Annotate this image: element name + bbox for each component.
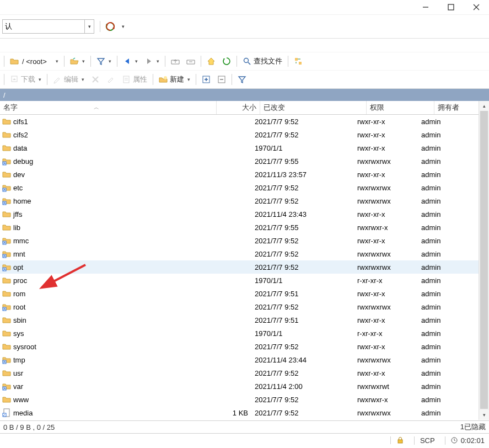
file-rights: rwxr-xr-x bbox=[354, 144, 418, 152]
home-button[interactable] bbox=[204, 54, 218, 69]
folder-open-icon bbox=[70, 57, 79, 66]
svg-line-46 bbox=[454, 440, 455, 441]
refresh-dropdown[interactable]: ▾ bbox=[119, 20, 127, 33]
find-files-button[interactable]: 查找文件 bbox=[240, 54, 285, 69]
file-name: sys bbox=[13, 329, 24, 338]
scroll-up-button[interactable]: ▴ bbox=[479, 101, 489, 111]
file-rights: rwxr-xr-x bbox=[354, 131, 418, 139]
file-row[interactable]: rom2021/7/7 9:51rwxr-xr-xadmin bbox=[0, 287, 489, 300]
file-rights: rwxr-xr-x bbox=[354, 369, 418, 377]
filter-button[interactable] bbox=[94, 54, 114, 69]
minus-icon bbox=[217, 75, 226, 84]
file-row[interactable]: lib2021/7/7 9:55rwxrwxr-xadmin bbox=[0, 221, 489, 234]
svg-point-12 bbox=[244, 58, 248, 63]
sync-browse-button[interactable] bbox=[291, 54, 305, 69]
root-path-label: / <root> bbox=[21, 57, 48, 66]
file-row[interactable]: media1 KB2021/7/7 9:52rwxrwxrwxadmin bbox=[0, 406, 489, 419]
file-row[interactable]: etc2021/7/7 9:52rwxrwxrwxadmin bbox=[0, 181, 489, 194]
file-row[interactable]: usr2021/7/7 9:52rwxr-xr-xadmin bbox=[0, 366, 489, 380]
folder-icon bbox=[2, 210, 11, 218]
lock-icon bbox=[390, 436, 404, 444]
file-row[interactable]: cifs22021/7/7 9:52rwxr-xr-xadmin bbox=[0, 128, 489, 141]
file-row[interactable]: root2021/7/7 9:52rwxrwxrwxadmin bbox=[0, 300, 489, 313]
file-row[interactable]: data1970/1/1rwxr-xr-xadmin bbox=[0, 141, 489, 154]
session-dropdown[interactable]: ▾ bbox=[85, 19, 94, 34]
home-icon bbox=[207, 57, 216, 66]
hidden-status: 1已隐藏 bbox=[460, 422, 486, 432]
session-selector[interactable]: 认 bbox=[2, 19, 85, 34]
current-path: / bbox=[3, 91, 6, 99]
file-changed: 2021/7/7 9:52 bbox=[251, 369, 354, 377]
file-name: lib bbox=[13, 223, 20, 232]
edit-label: 编辑 bbox=[64, 74, 78, 84]
column-name[interactable]: 名字 ︿ bbox=[0, 101, 217, 114]
file-row[interactable]: mnt2021/7/7 9:52rwxrwxrwxadmin bbox=[0, 247, 489, 260]
file-row[interactable]: var2021/11/4 2:00rwxrwxrwtadmin bbox=[0, 380, 489, 393]
file-row[interactable]: mmc2021/7/7 9:52rwxr-xr-xadmin bbox=[0, 234, 489, 247]
back-button[interactable] bbox=[120, 54, 141, 69]
file-row[interactable]: debug2021/7/7 9:55rwxrwxrwxadmin bbox=[0, 154, 489, 168]
file-changed: 2021/7/7 9:51 bbox=[251, 290, 354, 298]
properties-button[interactable]: 属性 bbox=[119, 72, 150, 87]
vertical-scrollbar[interactable]: ▴ ▾ bbox=[479, 101, 489, 420]
file-row[interactable]: opt2021/7/7 9:52rwxrwxrwxadmin bbox=[0, 260, 489, 274]
edit-button[interactable]: 编辑 bbox=[50, 72, 87, 87]
column-headers: 名字 ︿ 大小 已改变 权限 拥有者 bbox=[0, 101, 489, 115]
root-button[interactable] bbox=[184, 54, 198, 69]
delete-button[interactable] bbox=[88, 72, 103, 87]
file-row[interactable]: proc1970/1/1r-xr-xr-xadmin bbox=[0, 274, 489, 287]
file-name: jffs bbox=[13, 210, 22, 218]
column-size[interactable]: 大小 bbox=[217, 101, 260, 114]
folder-up-icon bbox=[171, 57, 180, 66]
refresh-button[interactable] bbox=[219, 54, 234, 69]
file-changed: 2021/7/7 9:52 bbox=[251, 237, 354, 245]
refresh-session-button[interactable] bbox=[102, 19, 119, 34]
file-changed: 1970/1/1 bbox=[251, 276, 354, 285]
column-changed[interactable]: 已改变 bbox=[260, 101, 367, 114]
search-icon bbox=[243, 57, 251, 66]
plus-button[interactable] bbox=[199, 72, 213, 87]
close-button[interactable] bbox=[464, 0, 489, 14]
svg-rect-43 bbox=[398, 440, 402, 443]
properties-icon bbox=[122, 75, 131, 84]
file-row[interactable]: cifs12021/7/7 9:52rwxr-xr-xadmin bbox=[0, 115, 489, 128]
file-row[interactable]: sysroot2021/7/7 9:52rwxr-xr-xadmin bbox=[0, 340, 489, 353]
file-row[interactable]: dev2021/11/3 23:57rwxr-xr-xadmin bbox=[0, 168, 489, 181]
minimize-button[interactable] bbox=[413, 0, 438, 14]
file-list[interactable]: cifs12021/7/7 9:52rwxr-xr-xadmincifs2202… bbox=[0, 115, 489, 420]
file-name: usr bbox=[13, 369, 23, 377]
path-bar[interactable]: / bbox=[0, 89, 489, 101]
file-row[interactable]: home2021/7/7 9:52rwxrwxrwxadmin bbox=[0, 194, 489, 207]
file-rights: rwxr-xr-x bbox=[354, 343, 418, 351]
file-row[interactable]: tmp2021/11/4 23:44rwxrwxrwxadmin bbox=[0, 353, 489, 366]
column-rights[interactable]: 权限 bbox=[367, 101, 434, 114]
minus-button[interactable] bbox=[214, 72, 229, 87]
file-row[interactable]: sbin2021/7/7 9:51rwxr-xr-xadmin bbox=[0, 313, 489, 327]
clock-icon bbox=[451, 437, 458, 444]
scroll-down-button[interactable]: ▾ bbox=[479, 410, 489, 420]
folder-icon bbox=[2, 130, 11, 139]
file-changed: 2021/7/7 9:52 bbox=[251, 184, 354, 192]
file-row[interactable]: www2021/7/7 9:52rwxrwxr-xadmin bbox=[0, 393, 489, 406]
download-button[interactable]: 下载 bbox=[7, 72, 44, 87]
open-folder-button[interactable] bbox=[67, 54, 88, 69]
new-button[interactable]: 新建 bbox=[156, 72, 193, 87]
file-name: mnt bbox=[13, 250, 25, 258]
file-row[interactable]: sys1970/1/1r-xr-xr-xadmin bbox=[0, 327, 489, 340]
root-folder-button[interactable]: / <root> bbox=[7, 54, 51, 69]
file-row[interactable]: jffs2021/11/4 23:43rwxr-xr-xadmin bbox=[0, 207, 489, 221]
status-bar: 0 B / 9 B , 0 / 25 1已隐藏 bbox=[0, 420, 489, 433]
mask-button[interactable] bbox=[235, 72, 249, 87]
root-folder-dropdown[interactable] bbox=[52, 54, 61, 69]
scroll-thumb[interactable] bbox=[480, 111, 488, 409]
file-name: debug bbox=[13, 157, 33, 166]
parent-folder-button[interactable] bbox=[168, 54, 182, 69]
svg-marker-6 bbox=[98, 58, 104, 65]
forward-button[interactable] bbox=[142, 54, 162, 69]
maximize-button[interactable] bbox=[438, 0, 464, 14]
rename-button[interactable] bbox=[104, 72, 118, 87]
file-rights: rwxrwxr-x bbox=[354, 223, 418, 232]
file-name: cifs1 bbox=[13, 118, 28, 126]
file-name: www bbox=[13, 396, 29, 404]
file-changed: 2021/7/7 9:52 bbox=[251, 409, 354, 417]
